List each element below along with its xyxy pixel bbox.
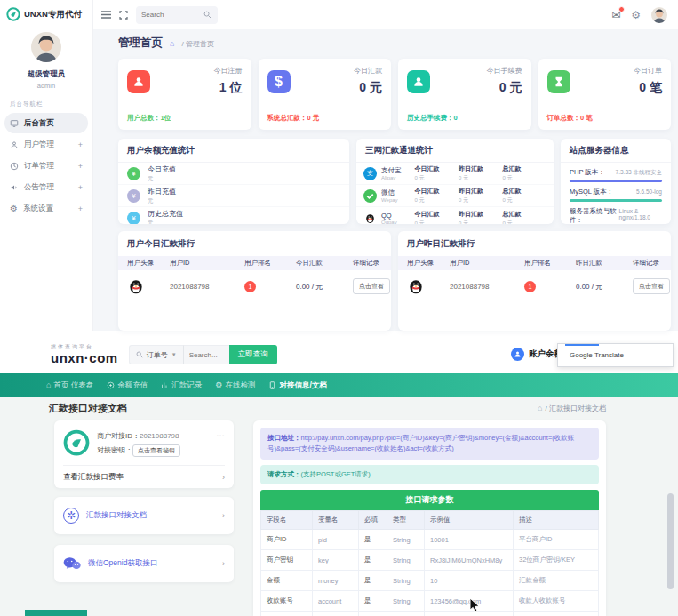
- sidebar-menu: 后台首页 用户管理 + 订单管理 + 公告管理 +: [0, 113, 92, 219]
- panel-title: 三网汇款通道统计: [356, 139, 554, 163]
- cell: RxJ8iJIM6UmQNxHM8y: [425, 550, 514, 571]
- panel-title: 用户昨日汇款排行: [398, 231, 671, 256]
- nav-item-docs[interactable]: 对接信息/文档: [268, 380, 326, 391]
- user-id: 2021088798: [170, 283, 244, 291]
- server-value: 7.3.33 非线程安全: [616, 169, 662, 177]
- mail-icon[interactable]: ✉: [611, 10, 620, 20]
- cell: pid: [313, 530, 359, 550]
- merchant-portal: 媒体查询平台 unxn·com 订单号 ▼ 立即查询 账户余额 Google T…: [0, 336, 678, 616]
- yuan-icon: ¥: [127, 189, 140, 203]
- nav-item-recharge[interactable]: 余额充值: [107, 380, 148, 391]
- col-header: 今日汇款: [296, 259, 353, 268]
- recharge-row-total: ¥ 历史总充值 元: [118, 207, 349, 224]
- sidebar-item-label: 系统设置: [23, 204, 53, 214]
- google-translate-popup[interactable]: Google Translate: [557, 343, 674, 367]
- logo-text: unxn·com: [51, 351, 118, 366]
- server-value: Linux & nginx/1.18.0: [619, 208, 662, 220]
- monitor-icon: [10, 119, 19, 128]
- home-icon[interactable]: ⌂: [170, 39, 174, 48]
- expand-plus-icon: +: [78, 204, 83, 213]
- cell: String: [387, 612, 425, 616]
- openid-link-label: 微信Openid获取接口: [88, 558, 157, 569]
- rate-link[interactable]: 查看汇款接口费率 ›: [63, 465, 225, 488]
- search-submit-button[interactable]: 立即查询: [229, 345, 277, 364]
- page-title: 管理首页: [118, 36, 163, 51]
- cell: 是: [359, 612, 387, 616]
- nav-item-records[interactable]: 汇款记录: [161, 380, 202, 391]
- request-method-box: 请求方式：(支持POST或GET请求): [260, 465, 599, 484]
- fullscreen-icon[interactable]: [119, 11, 128, 20]
- cell: 商户密钥: [261, 550, 313, 571]
- server-info-panel: 站点服务器信息 PHP 版本：7.3.33 非线程安全 MySQL 版本：5.6…: [561, 139, 671, 224]
- doc-link-card[interactable]: ✲ 汇款接口对接文档 ›: [54, 497, 234, 534]
- chevron-right-icon: ›: [222, 473, 225, 482]
- view-detail-button[interactable]: 点击查看: [353, 278, 390, 294]
- topbar-right: ✉ ⚙: [611, 7, 667, 23]
- nav-item-home[interactable]: ⌂ 首页 仪表盘: [46, 380, 93, 391]
- sidebar-item-home[interactable]: 后台首页: [4, 113, 88, 133]
- progress-bar: [570, 199, 662, 202]
- doc-link-label: 汇款接口对接文档: [86, 510, 147, 521]
- wechat-check-icon: [363, 189, 377, 203]
- user-icon: [127, 70, 150, 93]
- rank-table-yesterday: 用户昨日汇款排行 用户头像 用户ID 用户排名 昨日汇款 详细记录 202108…: [398, 231, 671, 331]
- home-icon[interactable]: ⌂: [538, 404, 542, 412]
- rank-badge: 1: [244, 281, 256, 292]
- openid-link-card[interactable]: 微信Openid获取接口 ›: [54, 545, 234, 582]
- cell: 123456: [425, 612, 514, 616]
- view-detail-button[interactable]: 点击查看: [633, 278, 670, 294]
- sidebar-item-settings[interactable]: ⚙ 系统设置 +: [4, 198, 88, 219]
- stat-value: 1 位: [219, 80, 243, 96]
- portal-header: 媒体查询平台 unxn·com 订单号 ▼ 立即查询 账户余额 Google T…: [0, 336, 678, 373]
- gear-icon[interactable]: ⚙: [631, 10, 641, 20]
- merchant-id-row: 商户对接ID：2021088798: [97, 429, 180, 444]
- topbar-avatar[interactable]: [651, 7, 667, 23]
- admin-role: admin: [0, 82, 92, 90]
- view-key-button[interactable]: 点击查看秘钥: [132, 444, 180, 457]
- channel-name: QQ: [381, 212, 397, 220]
- server-row-php: PHP 版本：7.3.33 非线程安全: [570, 168, 662, 182]
- col-header: 描述: [514, 511, 599, 530]
- page-title: 汇款接口对接文档: [49, 402, 127, 415]
- stat-card-orders: 今日订单 0 笔 订单总数：0 笔: [538, 59, 672, 130]
- api-address-box: 接口地址：http://pay.unxn.com/pay.php?pid=(商户…: [260, 428, 599, 460]
- nav-item-check[interactable]: ⚙ 在线检测: [215, 380, 255, 391]
- gear-icon: ⚙: [10, 204, 18, 213]
- params-table: 字段名 变量名 必填 类型 示例值 描述 商户ID pid: [260, 510, 599, 616]
- col-header: 用户头像: [407, 259, 450, 268]
- cell: 10: [425, 571, 514, 591]
- stat-card-remit: $ 今日汇款 0 元 系统总汇款：0 元: [259, 59, 392, 130]
- portal-logo[interactable]: 媒体查询平台 unxn·com: [51, 343, 118, 366]
- stat-value: 0 元: [499, 80, 522, 96]
- recharge-value: 元: [148, 197, 176, 205]
- sidebar-item-orders[interactable]: 订单管理 +: [4, 156, 88, 176]
- gear-icon: ⚙: [215, 381, 222, 389]
- stat-value: 0 元: [359, 80, 382, 96]
- amount: 0.00 / 元: [576, 282, 633, 292]
- chevron-right-icon: ›: [222, 559, 225, 568]
- order-search-input[interactable]: [183, 345, 229, 364]
- search-type-select[interactable]: 订单号 ▼: [129, 345, 183, 364]
- admin-avatar[interactable]: [31, 32, 61, 62]
- screenshot-root: UNXN专用代付 超级管理员 admin 后台导航栏 后台首页 用户管理 +: [0, 0, 678, 616]
- user-circle-icon: [511, 348, 524, 361]
- rank-tables: 用户今日汇款排行 用户头像 用户ID 用户排名 今日汇款 详细记录 202108…: [118, 231, 671, 331]
- sidebar-item-users[interactable]: 用户管理 +: [4, 134, 88, 155]
- request-method-label: 请求方式：: [267, 470, 301, 478]
- stat-footer: 历史总手续费：0: [407, 114, 458, 123]
- asterisk-circle-icon: ✲: [63, 508, 79, 524]
- search-input[interactable]: [141, 11, 203, 19]
- brand-name: UNXN专用代付: [24, 9, 82, 20]
- more-icon[interactable]: …: [216, 429, 225, 458]
- hamburger-menu-icon[interactable]: [101, 11, 111, 19]
- brand[interactable]: UNXN专用代付: [0, 7, 92, 21]
- account-balance[interactable]: 账户余额: [511, 348, 562, 361]
- search-type-value: 订单号: [147, 350, 168, 360]
- breadcrumb: ⌂ / 汇款接口对接文档: [538, 404, 606, 413]
- stat-value: 0 元: [502, 196, 546, 204]
- scrollbar[interactable]: [667, 493, 674, 589]
- sidebar-item-announcements[interactable]: 公告管理 +: [4, 177, 88, 197]
- clock-icon: [10, 162, 19, 171]
- cell: account: [313, 591, 359, 612]
- col-header: 用户ID: [450, 259, 524, 268]
